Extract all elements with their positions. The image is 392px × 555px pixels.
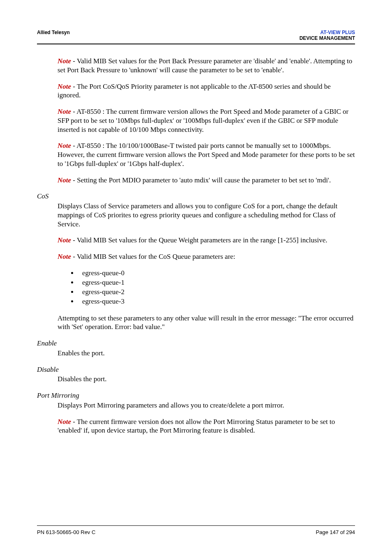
header-right-line2: DEVICE MANAGEMENT (300, 35, 355, 41)
note-label: Note (58, 83, 71, 90)
note-label: Note (58, 176, 71, 184)
note-text: - Valid MIB Set values for the Port Back… (58, 57, 352, 74)
note-block: Note - Valid MIB Set values for the Queu… (58, 236, 355, 245)
footer-right: Page 147 of 294 (316, 529, 355, 535)
note-block: Note - The current firmware version does… (58, 417, 355, 435)
note-block: Note - The Port CoS/QoS Priority paramet… (58, 82, 355, 100)
note-label: Note (58, 253, 71, 260)
note-block: Note - Valid MIB Set values for the CoS … (58, 252, 355, 261)
section-body: Displays Class of Service parameters and… (58, 202, 355, 228)
note-text: - Valid MIB Set values for the CoS Queue… (71, 253, 235, 260)
note-text: - Setting the Port MDIO parameter to 'au… (71, 176, 331, 184)
note-block: Note - AT-8550 : The 10/100/1000Base-T t… (58, 141, 355, 168)
note-text: - AT-8550 : The current firmware version… (58, 108, 348, 134)
header-left: Allied Telesyn (37, 30, 70, 35)
note-label: Note (58, 142, 71, 150)
section-heading-enable: Enable (37, 339, 355, 348)
section-body: Displays Port Mirroring parameters and a… (58, 401, 355, 410)
list-item: egress-queue-0 (78, 269, 355, 278)
page-footer: PN 613-50665-00 Rev C Page 147 of 294 (37, 525, 355, 535)
note-block: Note - Valid MIB Set values for the Port… (58, 57, 355, 75)
list-item: egress-queue-2 (78, 288, 355, 297)
note-block: Note - Setting the Port MDIO parameter t… (58, 176, 355, 185)
note-label: Note (58, 418, 71, 426)
note-label: Note (58, 57, 71, 65)
section-heading-disable: Disable (37, 365, 355, 374)
note-text: - AT-8550 : The 10/100/1000Base-T twiste… (58, 142, 355, 168)
section-heading-port-mirroring: Port Mirroring (37, 391, 355, 400)
note-text: - The Port CoS/QoS Priority parameter is… (58, 83, 331, 99)
section-body: Enables the port. (58, 349, 355, 358)
note-label: Note (58, 236, 71, 244)
page-content: Allied Telesyn AT-VIEW PLUS DEVICE MANAG… (0, 0, 392, 467)
footer-left: PN 613-50665-00 Rev C (37, 529, 95, 535)
bullet-list: egress-queue-0 egress-queue-1 egress-que… (71, 269, 355, 306)
document-body: Note - Valid MIB Set values for the Port… (37, 57, 355, 435)
note-text: - Valid MIB Set values for the Queue Wei… (71, 236, 327, 244)
section-body: Attempting to set these parameters to an… (58, 314, 355, 332)
list-item: egress-queue-1 (78, 278, 355, 288)
list-item: egress-queue-3 (78, 297, 355, 306)
page-header: Allied Telesyn AT-VIEW PLUS DEVICE MANAG… (37, 30, 355, 44)
note-block: Note - AT-8550 : The current firmware ve… (58, 107, 355, 134)
note-text: - The current firmware version does not … (58, 418, 335, 435)
section-heading-cos: CoS (37, 192, 355, 201)
note-label: Note (58, 108, 71, 115)
header-right: AT-VIEW PLUS DEVICE MANAGEMENT (300, 30, 355, 41)
header-right-line1: AT-VIEW PLUS (300, 30, 355, 35)
section-body: Disables the port. (58, 375, 355, 384)
